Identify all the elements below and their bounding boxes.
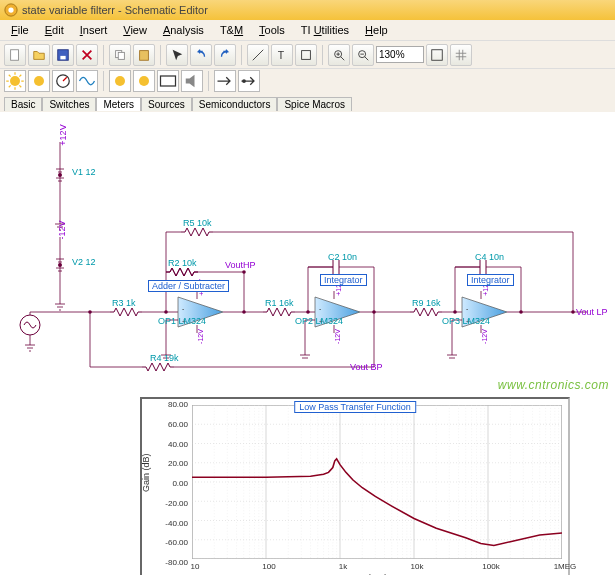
toolbar-components: Basic Switches Meters Sources Semiconduc… xyxy=(0,68,615,112)
undo-button[interactable] xyxy=(190,44,212,66)
menu-file[interactable]: File xyxy=(4,22,36,38)
net-p12v-1: +12V xyxy=(58,124,68,145)
tab-semiconductors[interactable]: Semiconductors xyxy=(192,97,278,111)
separator xyxy=(322,45,323,65)
wave-icon xyxy=(77,71,97,91)
label-op3: OP3 LM324 xyxy=(442,316,490,326)
y-tick: -60.00 xyxy=(150,538,188,547)
y-tick: 60.00 xyxy=(150,420,188,429)
menu-view[interactable]: View xyxy=(116,22,154,38)
y-tick: -40.00 xyxy=(150,519,188,528)
close-icon xyxy=(80,48,94,62)
new-button[interactable] xyxy=(4,44,26,66)
toolbar-main: T xyxy=(0,40,615,68)
comp-btn-3[interactable] xyxy=(52,70,74,92)
tab-basic[interactable]: Basic xyxy=(4,97,42,111)
label-r1: R1 16k xyxy=(265,298,294,308)
svg-point-16 xyxy=(115,76,125,86)
zoom-out-button[interactable] xyxy=(352,44,374,66)
titlebar: state variable filterr - Schematic Edito… xyxy=(0,0,615,20)
comp-btn-5[interactable] xyxy=(109,70,131,92)
y-tick: 80.00 xyxy=(150,400,188,409)
x-tick: 1k xyxy=(328,562,358,571)
save-button[interactable] xyxy=(52,44,74,66)
net-voutlp: Vout LP xyxy=(576,307,608,317)
graph-title: Low Pass Transfer Function xyxy=(294,401,416,413)
svg-point-13 xyxy=(10,76,20,86)
zoom-in-icon xyxy=(332,48,346,62)
tab-meters[interactable]: Meters xyxy=(96,97,141,111)
comp-btn-6[interactable] xyxy=(133,70,155,92)
svg-point-14 xyxy=(34,76,44,86)
schematic-canvas[interactable]: - + - + - xyxy=(0,112,615,575)
svg-rect-39 xyxy=(192,405,562,559)
comp-btn-4[interactable] xyxy=(76,70,98,92)
comp-btn-2[interactable] xyxy=(28,70,50,92)
x-tick: 100 xyxy=(254,562,284,571)
comp-btn-1[interactable] xyxy=(4,70,26,92)
net-voutbp: Vout BP xyxy=(350,362,383,372)
paste-button[interactable] xyxy=(133,44,155,66)
tab-spicemacros[interactable]: Spice Macros xyxy=(277,97,352,111)
label-op1: OP1 LM324 xyxy=(158,316,206,326)
open-button[interactable] xyxy=(28,44,50,66)
svg-rect-9 xyxy=(302,50,311,59)
copy-button[interactable] xyxy=(109,44,131,66)
svg-point-27 xyxy=(242,270,246,274)
comp-btn-9[interactable] xyxy=(214,70,236,92)
x-tick: 1MEG xyxy=(550,562,580,571)
menu-tools[interactable]: Tools xyxy=(252,22,292,38)
svg-point-30 xyxy=(306,310,310,314)
grid-button[interactable] xyxy=(450,44,472,66)
menu-help[interactable]: Help xyxy=(358,22,395,38)
svg-rect-12 xyxy=(432,49,443,60)
wire-button[interactable] xyxy=(247,44,269,66)
arrow-right-icon xyxy=(215,71,235,91)
menu-edit[interactable]: Edit xyxy=(38,22,71,38)
select-button[interactable] xyxy=(166,44,188,66)
fit-icon xyxy=(430,48,444,62)
comp-btn-8[interactable] xyxy=(181,70,203,92)
graph-panel[interactable]: Low Pass Transfer Function Gain (dB) Fre… xyxy=(140,397,570,575)
line-icon xyxy=(251,48,265,62)
meter-icon xyxy=(158,71,178,91)
sun-icon xyxy=(5,71,25,91)
svg-point-21 xyxy=(58,263,62,267)
menu-insert[interactable]: Insert xyxy=(73,22,115,38)
zoom-fit-button[interactable] xyxy=(426,44,448,66)
comp-btn-10[interactable] xyxy=(238,70,260,92)
tab-sources[interactable]: Sources xyxy=(141,97,192,111)
separator xyxy=(103,71,104,91)
menu-tiutil[interactable]: TI Utilities xyxy=(294,22,356,38)
x-tick: 10k xyxy=(402,562,432,571)
block-int2: Integrator xyxy=(467,274,514,286)
label-v2: V2 12 xyxy=(72,257,96,267)
svg-rect-18 xyxy=(161,76,176,86)
paste-icon xyxy=(137,48,151,62)
tab-switches[interactable]: Switches xyxy=(42,97,96,111)
tool-button-1[interactable] xyxy=(295,44,317,66)
svg-rect-7 xyxy=(140,50,149,60)
close-button[interactable] xyxy=(76,44,98,66)
label-r2: R2 10k xyxy=(168,258,197,268)
svg-rect-6 xyxy=(118,52,124,59)
separator xyxy=(208,71,209,91)
svg-point-35 xyxy=(453,310,457,314)
svg-text:T: T xyxy=(278,48,285,60)
copy-icon xyxy=(113,48,127,62)
comp-btn-7[interactable] xyxy=(157,70,179,92)
grid-icon xyxy=(454,48,468,62)
menu-tm[interactable]: T&M xyxy=(213,22,250,38)
menu-analysis[interactable]: Analysis xyxy=(156,22,211,38)
svg-point-23 xyxy=(164,310,168,314)
redo-button[interactable] xyxy=(214,44,236,66)
block-adder: Adder / Subtracter xyxy=(148,280,229,292)
zoom-in-button[interactable] xyxy=(328,44,350,66)
disk-icon xyxy=(56,48,70,62)
svg-rect-4 xyxy=(60,55,65,59)
sun-icon xyxy=(110,71,130,91)
zoom-field[interactable] xyxy=(376,46,424,63)
text-button[interactable]: T xyxy=(271,44,293,66)
y-tick: 40.00 xyxy=(150,440,188,449)
file-icon xyxy=(8,48,22,62)
